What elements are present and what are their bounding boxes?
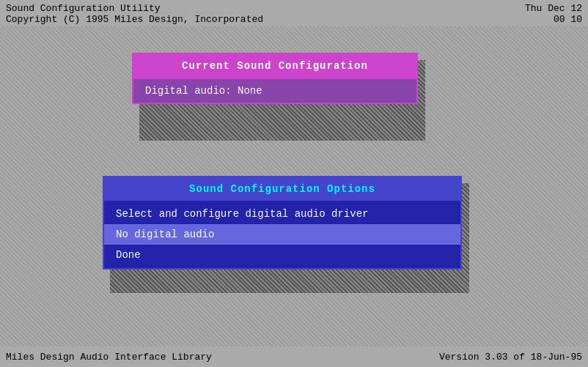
option-done[interactable]: Done (104, 245, 460, 265)
top-right-info: Thu Dec 12 00 10 (525, 3, 582, 25)
options-inner: Sound Configuration Options Select and c… (103, 176, 462, 270)
options-title: Sound Configuration Options (104, 177, 460, 201)
current-sound-config-box: Current Sound Configuration Digital audi… (132, 53, 418, 104)
sound-config-title: Current Sound Configuration (133, 54, 416, 78)
bottom-bar: Miles Design Audio Interface Library Ver… (0, 346, 588, 367)
app-title: Sound Configuration Utility (6, 3, 263, 14)
sound-config-content: Digital audio: None (133, 78, 416, 103)
library-name: Miles Design Audio Interface Library (6, 352, 212, 363)
version-info: Version 3.03 of 18-Jun-95 (439, 352, 582, 363)
date: Thu Dec 12 (525, 3, 582, 14)
copyright: Copyright (C) 1995 Miles Design, Incorpo… (6, 14, 263, 25)
time: 00 10 (554, 14, 582, 25)
option-no-digital-audio[interactable]: No digital audio (104, 224, 460, 245)
sound-options-box: Sound Configuration Options Select and c… (103, 176, 462, 270)
top-bar: Sound Configuration Utility Copyright (C… (0, 0, 588, 26)
sound-config-inner: Current Sound Configuration Digital audi… (132, 53, 418, 104)
option-select-driver[interactable]: Select and configure digital audio drive… (104, 204, 460, 224)
options-menu: Select and configure digital audio drive… (104, 201, 460, 268)
top-left-info: Sound Configuration Utility Copyright (C… (6, 3, 263, 25)
